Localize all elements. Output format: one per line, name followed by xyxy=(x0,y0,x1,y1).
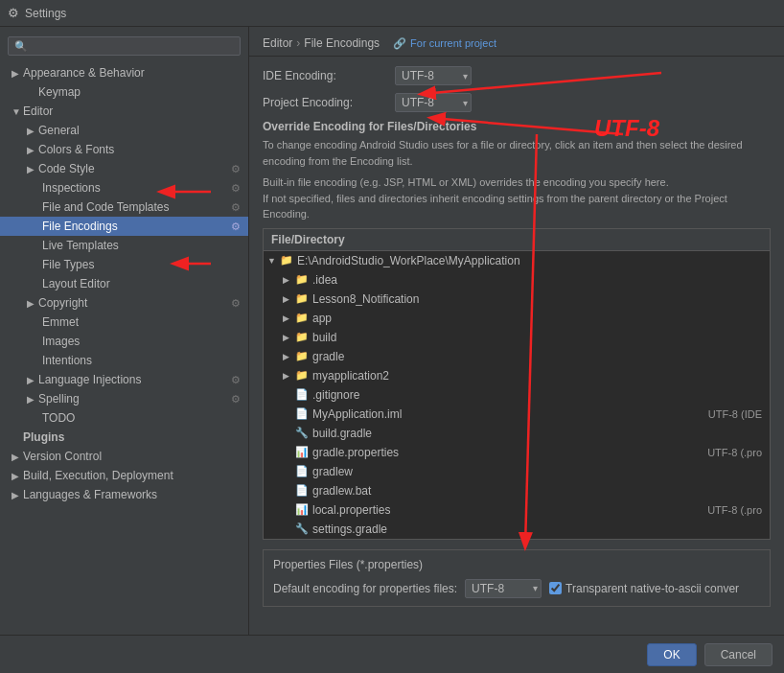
sidebar-item-label: File Encodings xyxy=(42,220,118,233)
cancel-button[interactable]: Cancel xyxy=(704,643,772,666)
sidebar-item-appearance[interactable]: ▶ Appearance & Behavior xyxy=(0,63,248,82)
ide-encoding-select[interactable]: UTF-8 xyxy=(395,66,472,85)
folder-icon: 📁 xyxy=(294,349,310,364)
sidebar-item-copyright[interactable]: ▶ Copyright ⚙ xyxy=(0,293,248,313)
sidebar-item-inspections[interactable]: Inspections ⚙ xyxy=(0,178,248,197)
sidebar-item-file-encodings[interactable]: File Encodings ⚙ xyxy=(0,217,248,236)
tree-name: local.properties xyxy=(312,503,632,517)
sidebar-item-label: Images xyxy=(42,335,80,348)
sidebar-item-label: Editor xyxy=(23,104,53,118)
properties-encoding-select-wrapper[interactable]: UTF-8 xyxy=(465,579,542,598)
properties-label: Default encoding for properties files: xyxy=(273,582,457,595)
checkbox-wrapper[interactable]: Transparent native-to-ascii conver xyxy=(549,582,739,595)
sidebar-item-plugins[interactable]: Plugins xyxy=(0,428,248,447)
project-encoding-select-wrapper[interactable]: UTF-8 xyxy=(395,93,472,112)
tree-item-settingsgradle[interactable]: 🔧 settings.gradle xyxy=(264,520,770,539)
sidebar-item-editor[interactable]: ▼ Editor xyxy=(0,102,248,121)
tree-arrow: ▶ xyxy=(283,352,294,361)
sidebar-item-keymap[interactable]: Keymap xyxy=(0,82,248,102)
override-info2: Built-in file encoding (e.g. JSP, HTML o… xyxy=(263,174,771,222)
tree-encoding: UTF-8 (IDE xyxy=(632,408,766,420)
tree-arrow: ▶ xyxy=(283,333,294,342)
sidebar-item-file-code-templates[interactable]: File and Code Templates ⚙ xyxy=(0,197,248,217)
transparent-checkbox[interactable] xyxy=(549,582,562,594)
ok-button[interactable]: OK xyxy=(647,643,696,666)
tree-item-app[interactable]: ▶ 📁 app xyxy=(264,309,770,328)
settings-icon: ⚙ xyxy=(8,6,19,20)
tree-item-gradleprops[interactable]: 📊 gradle.properties UTF-8 (.pro xyxy=(264,443,770,462)
tree-item-gradlewbat[interactable]: 📄 gradlew.bat xyxy=(264,481,770,500)
tree-name: .gitignore xyxy=(312,388,766,402)
sidebar-item-label: Spelling xyxy=(38,392,80,406)
properties-encoding-select[interactable]: UTF-8 xyxy=(465,579,542,598)
sidebar-item-todo[interactable]: TODO xyxy=(0,408,248,428)
sidebar-item-label: Languages & Frameworks xyxy=(23,488,157,501)
tree-name: app xyxy=(312,312,766,325)
tree-item-build[interactable]: ▶ 📁 build xyxy=(264,328,770,347)
sidebar-item-layout-editor[interactable]: Layout Editor xyxy=(0,274,248,293)
tree-name: Lesson8_Notification xyxy=(312,292,766,306)
tree-item-myapp2[interactable]: ▶ 📁 myapplication2 xyxy=(264,366,770,385)
arrow-icon: ▶ xyxy=(27,394,38,405)
ide-encoding-select-wrapper[interactable]: UTF-8 xyxy=(395,66,472,85)
tree-name: .idea xyxy=(312,273,766,287)
sidebar-item-file-types[interactable]: File Types xyxy=(0,255,248,274)
tree-item-idea[interactable]: ▶ 📁 .idea xyxy=(264,270,770,290)
project-link[interactable]: For current project xyxy=(410,37,496,49)
tree-item-gradle[interactable]: ▶ 📁 gradle xyxy=(264,347,770,366)
tree-item-gradlew[interactable]: 📄 gradlew xyxy=(264,462,770,481)
tree-item-buildgradle[interactable]: 🔧 build.gradle xyxy=(264,424,770,443)
sidebar-item-label: Appearance & Behavior xyxy=(23,66,145,80)
folder-icon: 📁 xyxy=(294,291,310,307)
sidebar-item-language-injections[interactable]: ▶ Language Injections ⚙ xyxy=(0,370,248,389)
tree-item-gitignore[interactable]: 📄 .gitignore xyxy=(264,385,770,405)
sidebar-item-label: Intentions xyxy=(42,354,92,367)
sidebar-item-label: Colors & Fonts xyxy=(38,143,114,156)
arrow-icon: ▶ xyxy=(27,164,38,174)
override-title: Override Encoding for Files/Directories xyxy=(263,120,771,133)
arrow-icon: ▼ xyxy=(12,106,23,117)
sidebar-item-label: Inspections xyxy=(42,181,101,195)
tree-item-lesson8[interactable]: ▶ 📁 Lesson8_Notification xyxy=(264,290,770,309)
sidebar-item-code-style[interactable]: ▶ Code Style ⚙ xyxy=(0,159,248,178)
sidebar-item-images[interactable]: Images xyxy=(0,332,248,351)
tree-arrow: ▼ xyxy=(267,256,279,266)
tree-arrow: ▶ xyxy=(283,275,294,285)
sidebar-item-label: Keymap xyxy=(38,85,81,99)
properties-title: Properties Files (*.properties) xyxy=(273,558,760,571)
sidebar-item-label: File and Code Templates xyxy=(42,200,170,214)
tree-item-localprops[interactable]: 📊 local.properties UTF-8 (.pro xyxy=(264,500,770,520)
sidebar-item-general[interactable]: ▶ General xyxy=(0,121,248,140)
gear-badge: ⚙ xyxy=(231,201,241,214)
tree-item-root[interactable]: ▼ 📁 E:\AndroidStudio_WorkPlace\MyApplica… xyxy=(264,251,770,270)
folder-icon: 📁 xyxy=(294,330,310,345)
breadcrumb-editor: Editor xyxy=(263,36,292,50)
search-box[interactable]: 🔍 xyxy=(8,36,241,56)
file-tree-header: File/Directory xyxy=(264,229,770,251)
sidebar-item-label: Plugins xyxy=(23,430,64,444)
sidebar-item-spelling[interactable]: ▶ Spelling ⚙ xyxy=(0,389,248,408)
sidebar-item-emmet[interactable]: Emmet xyxy=(0,313,248,332)
sidebar-item-live-templates[interactable]: Live Templates xyxy=(0,236,248,255)
project-encoding-label: Project Encoding: xyxy=(263,96,387,109)
file-tree: File/Directory ▼ 📁 E:\AndroidStudio_Work… xyxy=(263,228,771,540)
arrow-icon: ▶ xyxy=(12,471,23,481)
project-encoding-select[interactable]: UTF-8 xyxy=(395,93,472,112)
folder-icon: 📁 xyxy=(279,253,294,268)
tree-item-myappiml[interactable]: 📄 MyApplication.iml UTF-8 (IDE xyxy=(264,405,770,424)
sidebar-item-intentions[interactable]: Intentions xyxy=(0,351,248,370)
sidebar-item-version-control[interactable]: ▶ Version Control xyxy=(0,447,248,466)
tree-name: E:\AndroidStudio_WorkPlace\MyApplication xyxy=(297,254,766,267)
tree-encoding: UTF-8 (.pro xyxy=(632,504,766,516)
tree-arrow: ▶ xyxy=(283,294,294,304)
ide-encoding-label: IDE Encoding: xyxy=(263,69,387,82)
tree-arrow: ▶ xyxy=(283,371,294,381)
sidebar-item-colors-fonts[interactable]: ▶ Colors & Fonts xyxy=(0,140,248,159)
properties-section: Properties Files (*.properties) Default … xyxy=(263,549,771,607)
file-icon: 📄 xyxy=(294,387,310,403)
sidebar-item-languages-frameworks[interactable]: ▶ Languages & Frameworks xyxy=(0,485,248,504)
sidebar-item-build-execution[interactable]: ▶ Build, Execution, Deployment xyxy=(0,466,248,485)
search-input[interactable] xyxy=(32,39,234,53)
file-icon: 📄 xyxy=(294,464,310,479)
gear-badge: ⚙ xyxy=(231,220,241,233)
